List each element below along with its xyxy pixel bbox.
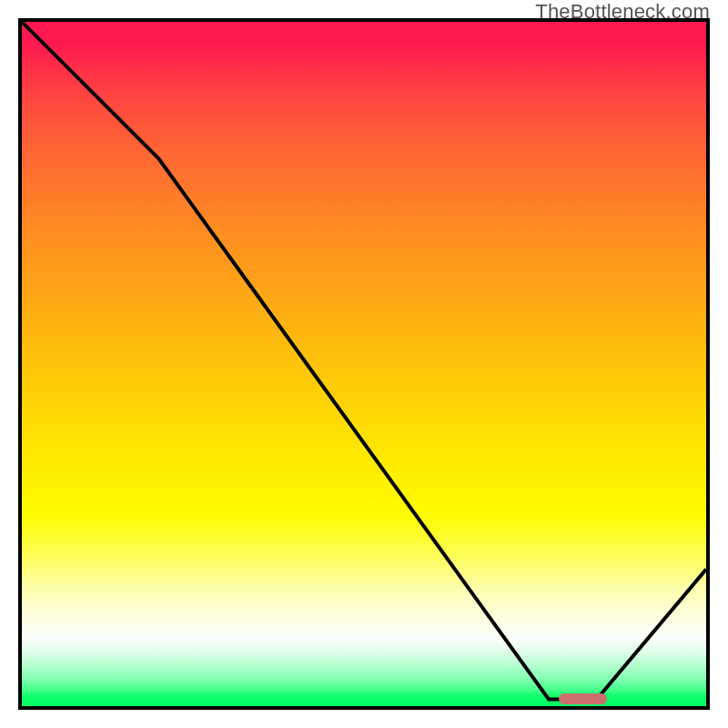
chart-frame: TheBottleneck.com	[0, 0, 728, 728]
optimal-range-marker	[559, 693, 607, 704]
plot-area	[18, 18, 710, 710]
bottleneck-curve	[22, 22, 706, 706]
